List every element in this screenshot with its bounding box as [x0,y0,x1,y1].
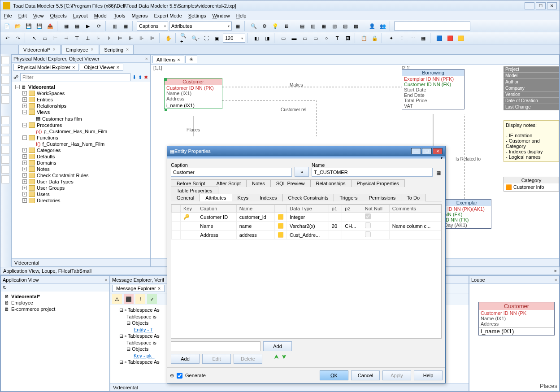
tab-sql-preview[interactable]: SQL Preview [270,179,311,187]
text-icon[interactable]: T [332,33,342,43]
msg-filter-info[interactable]: ✓ [147,294,157,304]
menu-settings[interactable]: Settings [188,13,206,18]
users-icon[interactable]: 👥 [378,21,388,31]
edit-button[interactable]: Edit [202,354,231,364]
zoom-combo[interactable]: 120 [223,34,245,43]
filter-up-icon[interactable]: ⬆ [138,74,142,80]
tab-after-script[interactable]: After Script [211,179,247,187]
layer2-icon[interactable]: ◨ [262,33,272,43]
tab-table-properties[interactable]: Table Properties [171,187,218,194]
color3-icon[interactable]: 🟨 [456,33,466,43]
rel5-icon[interactable]: ⊦ [94,33,104,43]
vtool-5[interactable] [1,96,9,104]
caption-input[interactable] [171,168,292,177]
save-all-icon[interactable]: 💾 [35,21,44,31]
dialog-close-button[interactable]: ✕ [433,148,443,154]
tab-check-constraints[interactable]: Check Constraints [282,194,334,201]
menu-expert[interactable]: Expert Mode [154,13,182,18]
sync-button[interactable]: » [295,167,309,177]
screen-icon[interactable]: 🖥 [281,21,291,31]
close-button[interactable]: ✕ [547,2,557,9]
vtool-6[interactable] [1,116,9,124]
dialog-titlebar[interactable]: ▦ Entity Properties — ☐ ✕ [167,146,445,156]
bulb-icon[interactable]: 💡 [270,21,280,31]
refresh-icon[interactable]: ↻ [3,285,7,291]
hand-icon[interactable]: ✋ [164,33,174,43]
vtool-2[interactable] [1,66,9,74]
vtool-11[interactable] [1,166,9,174]
tab-attributes[interactable]: Attributes [200,194,232,201]
opt1-icon[interactable]: ✦ [386,33,396,43]
align6-icon[interactable]: ▩ [351,21,361,31]
ok-button[interactable]: OK [320,370,348,380]
entity-icon[interactable]: ▦ [435,169,442,177]
tab-keys[interactable]: Keys [232,194,254,201]
name-input[interactable] [312,168,433,177]
vtool-4[interactable] [1,86,9,94]
cancel-button[interactable]: Cancel [351,370,380,380]
appview-tree[interactable]: 🗎 Videorental* 🗎 Employee 🗎 E-commerce p… [1,292,109,391]
shape4-icon[interactable]: ▭ [311,33,321,43]
menu-window[interactable]: Window [213,13,230,18]
redo-icon[interactable]: ↷ [13,33,23,43]
layer1-icon[interactable]: ◧ [252,33,261,43]
menu-view[interactable]: View [33,13,44,18]
shape1-icon[interactable]: ▭ [278,33,288,43]
grid-icon[interactable]: ▥ [110,21,120,31]
tab-employee[interactable]: Employee× [61,45,99,54]
filter-icon[interactable]: ☍ [13,74,18,80]
align3-icon[interactable]: ▦ [319,21,329,31]
script-open-icon[interactable]: ▦ [72,21,82,31]
zoom-out-icon[interactable]: 🔍- [191,33,200,43]
search-input[interactable] [394,22,470,30]
msg-filter-warn[interactable]: ! [135,294,145,304]
add-button[interactable]: Add [171,354,200,364]
tab-before-script[interactable]: Before Script [171,179,211,187]
tab-message-explorer[interactable]: Message Explorer× [112,285,165,292]
menu-macros[interactable]: Macros [131,13,148,18]
move-up-icon[interactable]: ⮝ [274,354,279,364]
apply-button[interactable]: Apply [382,370,411,380]
options-icon[interactable]: ⊛ [170,373,174,379]
gear-icon[interactable]: ⚙ [260,21,269,31]
close-icon[interactable]: × [145,56,148,61]
new-icon[interactable]: 📄 [2,21,12,31]
tab-todo[interactable]: To Do [401,194,425,201]
rel8-icon[interactable]: ⊩ [126,33,136,43]
vtool-9[interactable] [1,146,9,154]
dialog-maximize-button[interactable]: ☐ [422,148,432,154]
shape2-icon[interactable]: ▬ [289,33,299,43]
msg-filter-error[interactable]: ⬛ [124,294,134,304]
tab-general[interactable]: General [171,194,200,201]
rel9-icon[interactable]: ⊪ [137,33,147,43]
align2-icon[interactable]: ▥ [308,21,318,31]
find-icon[interactable]: 🔍 [249,21,259,31]
align4-icon[interactable]: ▧ [330,21,339,31]
shape5-icon[interactable]: ○ [321,33,331,43]
vtool-7[interactable] [1,126,9,134]
msg-filter-1[interactable]: ⚠ [112,294,122,304]
tab-add[interactable]: ✳ [185,56,197,63]
filter-clear-icon[interactable]: ✖ [144,74,148,80]
move-down-icon[interactable]: ⮟ [282,354,287,364]
tab-videorental[interactable]: Videorental*× [18,45,61,54]
close-icon[interactable]: × [126,47,129,52]
minimize-button[interactable]: — [525,2,534,9]
tab-indexes[interactable]: Indexes [254,194,283,201]
opt3-icon[interactable]: ⋯ [408,33,417,43]
vtool-3[interactable] [1,76,9,84]
close-icon[interactable]: × [555,277,557,283]
rel3-icon[interactable]: ⊤ [72,33,82,43]
rel1-icon[interactable]: ⊢ [51,33,61,43]
tab-scripting[interactable]: Scripting× [99,45,134,54]
rel6-icon[interactable]: ⊧ [104,33,114,43]
tab-relationships[interactable]: Relationships [310,179,352,187]
menu-edit[interactable]: Edit [18,13,27,18]
run-icon[interactable]: ▶ [83,21,93,31]
menu-tools[interactable]: Tools [114,13,126,18]
vtool-8[interactable] [1,136,9,144]
menu-objects[interactable]: Objects [50,13,66,18]
vtool-12[interactable] [1,175,9,183]
export-icon[interactable]: 📤 [45,21,55,31]
stamp-icon[interactable]: 📋 [359,33,369,43]
